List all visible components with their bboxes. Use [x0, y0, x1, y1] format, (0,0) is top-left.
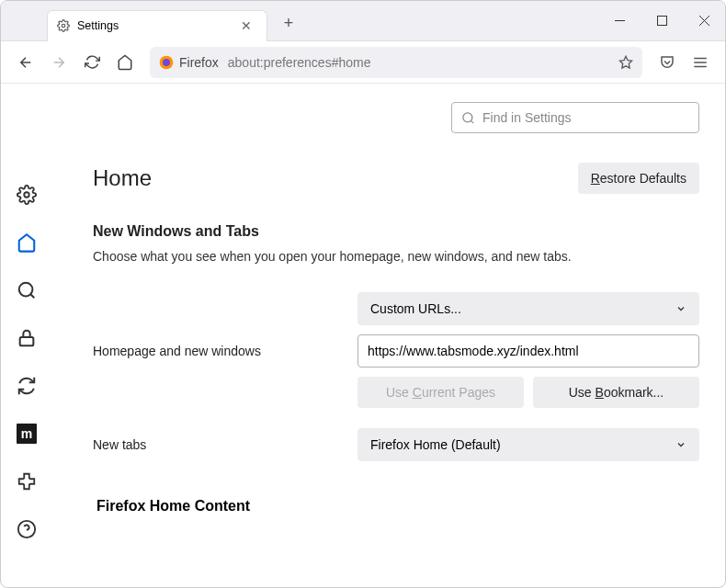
chevron-down-icon — [675, 439, 686, 450]
use-bookmark-button[interactable]: Use Bookmark... — [533, 377, 699, 408]
restore-defaults-button[interactable]: Restore Defaults — [578, 163, 699, 194]
svg-point-11 — [24, 192, 29, 198]
app-menu-button[interactable] — [685, 47, 716, 78]
firefox-icon — [159, 55, 174, 70]
nav-toolbar: Firefox about:preferences#home — [1, 41, 725, 84]
content-area: m Find in Settings Home Restore Defaults… — [1, 84, 725, 587]
homepage-select[interactable]: Custom URLs... — [357, 292, 699, 325]
svg-point-17 — [463, 112, 472, 121]
homepage-select-value: Custom URLs... — [370, 301, 461, 316]
tab-title: Settings — [77, 19, 235, 32]
section-description: Choose what you see when you open your h… — [93, 247, 699, 266]
sidebar-home-icon[interactable] — [15, 231, 39, 254]
window-controls — [598, 3, 725, 40]
bookmark-star-icon[interactable] — [618, 55, 633, 70]
svg-point-12 — [19, 283, 33, 297]
homepage-url-input[interactable] — [357, 334, 699, 368]
newtabs-label: New tabs — [93, 437, 357, 452]
svg-point-0 — [62, 24, 65, 28]
browser-tab[interactable]: Settings ✕ — [47, 10, 267, 41]
search-icon — [461, 111, 475, 125]
newtabs-select[interactable]: Firefox Home (Default) — [357, 428, 699, 461]
svg-rect-2 — [657, 17, 666, 26]
maximize-button[interactable] — [641, 3, 683, 40]
home-button[interactable] — [109, 47, 141, 78]
reload-button[interactable] — [76, 47, 108, 78]
pocket-button[interactable] — [652, 47, 683, 78]
minimize-button[interactable] — [598, 3, 641, 40]
sidebar-search-icon[interactable] — [15, 278, 39, 302]
forward-button[interactable] — [43, 47, 74, 78]
sidebar-sync-icon[interactable] — [15, 374, 39, 398]
settings-main: Find in Settings Home Restore Defaults N… — [52, 84, 725, 587]
identity-label: Firefox — [179, 55, 219, 70]
sidebar-help-icon[interactable] — [15, 517, 39, 541]
close-window-button[interactable] — [683, 3, 725, 40]
page-title: Home — [93, 165, 152, 191]
settings-search-input[interactable]: Find in Settings — [451, 102, 699, 133]
sidebar-extensions-icon[interactable] — [15, 469, 39, 493]
url-bar[interactable]: Firefox about:preferences#home — [150, 47, 642, 78]
svg-line-18 — [471, 120, 474, 123]
sidebar-general-icon[interactable] — [15, 183, 39, 207]
home-content-title: Firefox Home Content — [93, 498, 699, 514]
svg-line-13 — [31, 295, 35, 299]
search-placeholder: Find in Settings — [482, 110, 572, 125]
svg-point-6 — [163, 59, 170, 66]
svg-marker-7 — [619, 56, 631, 68]
settings-sidebar: m — [1, 84, 52, 587]
section-title: New Windows and Tabs — [93, 223, 699, 240]
url-text: about:preferences#home — [228, 55, 371, 70]
close-tab-icon[interactable]: ✕ — [235, 17, 257, 35]
back-button[interactable] — [10, 47, 41, 78]
new-tab-button[interactable]: + — [275, 10, 302, 38]
sidebar-privacy-icon[interactable] — [15, 326, 39, 350]
gear-icon — [57, 19, 70, 32]
titlebar: Settings ✕ + — [1, 1, 725, 41]
homepage-windows-label: Homepage and new windows — [93, 344, 357, 358]
sidebar-more-icon[interactable]: m — [15, 422, 39, 446]
newtabs-select-value: Firefox Home (Default) — [370, 437, 501, 452]
use-current-pages-button[interactable]: Use Current Pages — [357, 377, 524, 408]
chevron-down-icon — [675, 303, 686, 314]
svg-rect-14 — [20, 337, 34, 345]
